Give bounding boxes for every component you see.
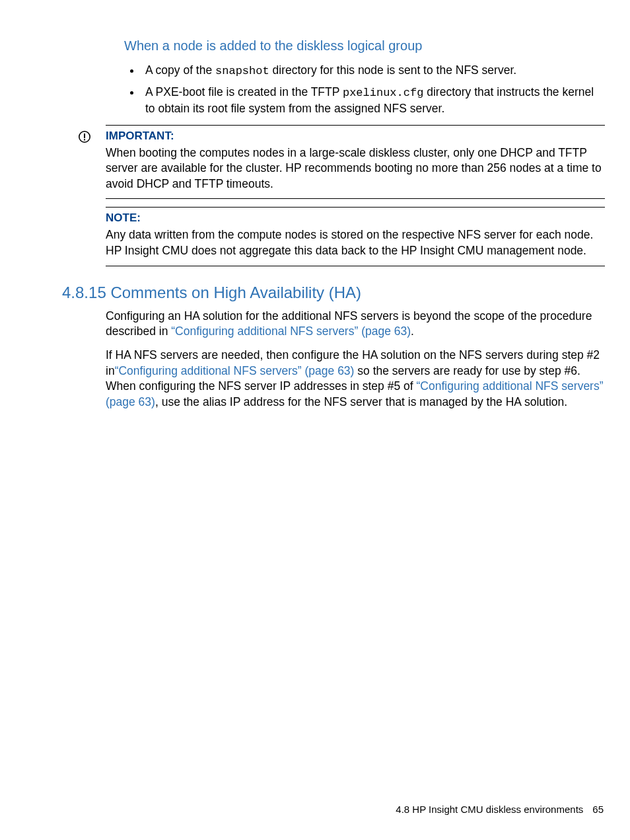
important-label: IMPORTANT: (106, 130, 605, 143)
svg-rect-2 (84, 139, 85, 140)
list-item-text: A PXE-boot file is created in the TFTP (145, 85, 343, 98)
bullet-list: A copy of the snapshot directory for thi… (67, 63, 605, 117)
note-body: Any data written from the compute nodes … (106, 227, 605, 258)
xref-link[interactable]: “Configuring additional NFS servers” (pa… (171, 325, 411, 338)
xref-link[interactable]: “Configuring additional NFS servers” (pa… (115, 364, 355, 377)
list-item: A PXE-boot file is created in the TFTP p… (141, 85, 605, 117)
important-body: When booting the computes nodes in a lar… (106, 145, 605, 192)
section-heading: 4.8.15 Comments on High Availability (HA… (62, 284, 605, 302)
code-pxelinux: pxelinux.cfg (343, 87, 423, 99)
footer-section-title: 4.8 HP Insight CMU diskless environments (396, 804, 583, 815)
important-icon (78, 130, 106, 143)
list-item-text: directory for this node is sent to the N… (269, 63, 516, 77)
important-callout: IMPORTANT: When booting the computes nod… (106, 125, 605, 200)
paragraph-text: , use the alias IP address for the NFS s… (155, 395, 567, 408)
list-item-text: A copy of the (145, 63, 215, 77)
svg-rect-1 (84, 134, 85, 138)
page: When a node is added to the diskless log… (0, 0, 630, 840)
sub-heading: When a node is added to the diskless log… (124, 38, 605, 54)
note-callout: NOTE: Any data written from the compute … (106, 207, 605, 266)
note-label: NOTE: (106, 211, 605, 225)
paragraph: If HA NFS servers are needed, then confi… (106, 348, 605, 410)
paragraph: Configuring an HA solution for the addit… (106, 309, 605, 340)
list-item: A copy of the snapshot directory for thi… (141, 63, 605, 79)
code-snapshot: snapshot (215, 65, 269, 77)
page-footer: 4.8 HP Insight CMU diskless environments… (396, 804, 604, 815)
paragraph-text: . (411, 325, 414, 338)
page-number: 65 (592, 804, 604, 815)
content-area: When a node is added to the diskless log… (67, 38, 605, 418)
